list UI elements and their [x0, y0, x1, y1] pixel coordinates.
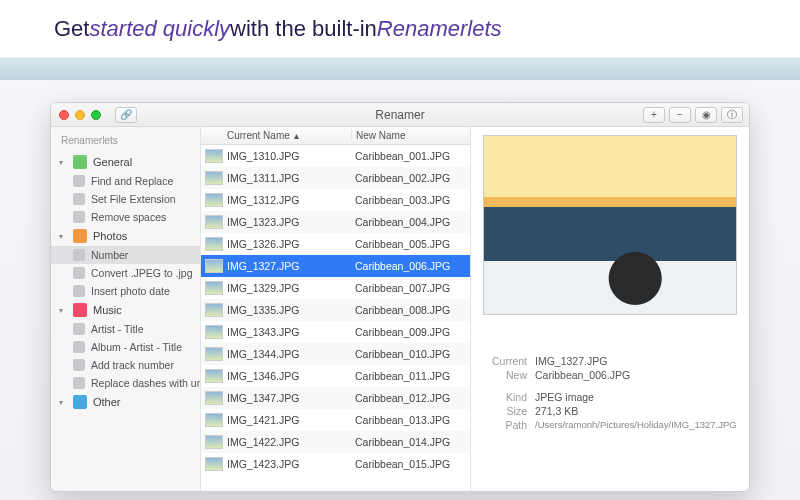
file-current-name: IMG_1346.JPG [227, 370, 351, 382]
sidebar-item[interactable]: Find and Replace [51, 172, 200, 190]
renamerlet-icon [73, 193, 85, 205]
sidebar-group-other[interactable]: ▾Other [51, 392, 200, 412]
sort-asc-icon: ▴ [294, 130, 299, 141]
file-row[interactable]: IMG_1423.JPGCaribbean_015.JPG [201, 453, 470, 475]
file-current-name: IMG_1344.JPG [227, 348, 351, 360]
file-new-name: Caribbean_012.JPG [351, 392, 470, 404]
banner-text-1: Get [54, 16, 89, 42]
file-thumbnail [205, 435, 223, 449]
file-current-name: IMG_1312.JPG [227, 194, 351, 206]
file-new-name: Caribbean_014.JPG [351, 436, 470, 448]
disclosure-icon: ▾ [59, 398, 67, 407]
meta-current-label: Current [483, 355, 527, 367]
sidebar-item[interactable]: Album - Artist - Title [51, 338, 200, 356]
renamerlet-icon [73, 285, 85, 297]
decorative-stripe [0, 58, 800, 80]
preview-pane: CurrentIMG_1327.JPG NewCaribbean_006.JPG… [471, 127, 749, 491]
meta-kind-label: Kind [483, 391, 527, 403]
sidebar-item[interactable]: Set File Extension [51, 190, 200, 208]
sidebar-item-label: Add track number [91, 359, 174, 371]
file-new-name: Caribbean_004.JPG [351, 216, 470, 228]
file-row[interactable]: IMG_1421.JPGCaribbean_013.JPG [201, 409, 470, 431]
file-row[interactable]: IMG_1335.JPGCaribbean_008.JPG [201, 299, 470, 321]
file-current-name: IMG_1343.JPG [227, 326, 351, 338]
disclosure-icon: ▾ [59, 158, 67, 167]
file-current-name: IMG_1326.JPG [227, 238, 351, 250]
group-icon [73, 229, 87, 243]
sidebar-group-general[interactable]: ▾General [51, 152, 200, 172]
meta-current-value: IMG_1327.JPG [535, 355, 607, 367]
renamerlet-icon [73, 341, 85, 353]
file-row[interactable]: IMG_1323.JPGCaribbean_004.JPG [201, 211, 470, 233]
file-thumbnail [205, 369, 223, 383]
file-row[interactable]: IMG_1312.JPGCaribbean_003.JPG [201, 189, 470, 211]
sidebar-item[interactable]: Artist - Title [51, 320, 200, 338]
file-row[interactable]: IMG_1343.JPGCaribbean_009.JPG [201, 321, 470, 343]
file-current-name: IMG_1327.JPG [227, 260, 351, 272]
sidebar-group-label: Other [93, 396, 121, 408]
file-thumbnail [205, 171, 223, 185]
sidebar-heading: Renamerlets [51, 133, 200, 152]
file-row[interactable]: IMG_1344.JPGCaribbean_010.JPG [201, 343, 470, 365]
renamerlet-icon [73, 359, 85, 371]
sidebar-item[interactable]: Insert photo date [51, 282, 200, 300]
file-metadata: CurrentIMG_1327.JPG NewCaribbean_006.JPG… [483, 355, 737, 433]
file-row[interactable]: IMG_1329.JPGCaribbean_007.JPG [201, 277, 470, 299]
list-header[interactable]: Current Name ▴ New Name [201, 127, 470, 145]
sidebar-item-label: Artist - Title [91, 323, 144, 335]
meta-new-label: New [483, 369, 527, 381]
file-new-name: Caribbean_005.JPG [351, 238, 470, 250]
renamerlet-icon [73, 267, 85, 279]
sidebar-group-label: Photos [93, 230, 127, 242]
sidebar-item[interactable]: Number [51, 246, 200, 264]
file-new-name: Caribbean_010.JPG [351, 348, 470, 360]
file-new-name: Caribbean_015.JPG [351, 458, 470, 470]
sidebar-item-label: Remove spaces [91, 211, 166, 223]
file-new-name: Caribbean_011.JPG [351, 370, 470, 382]
file-row[interactable]: IMG_1326.JPGCaribbean_005.JPG [201, 233, 470, 255]
file-thumbnail [205, 303, 223, 317]
file-row[interactable]: IMG_1346.JPGCaribbean_011.JPG [201, 365, 470, 387]
meta-kind-value: JPEG image [535, 391, 594, 403]
sidebar-item-label: Find and Replace [91, 175, 173, 187]
file-row[interactable]: IMG_1327.JPGCaribbean_006.JPG [201, 255, 470, 277]
disclosure-icon: ▾ [59, 306, 67, 315]
file-row[interactable]: IMG_1311.JPGCaribbean_002.JPG [201, 167, 470, 189]
renamerlet-icon [73, 377, 85, 389]
sidebar-item[interactable]: Convert .JPEG to .jpg [51, 264, 200, 282]
renamerlet-icon [73, 211, 85, 223]
file-row[interactable]: IMG_1347.JPGCaribbean_012.JPG [201, 387, 470, 409]
file-thumbnail [205, 391, 223, 405]
sidebar-group-label: Music [93, 304, 122, 316]
sidebar-group-photos[interactable]: ▾Photos [51, 226, 200, 246]
banner-text-2: started quickly [89, 16, 230, 42]
sidebar-group-music[interactable]: ▾Music [51, 300, 200, 320]
renamerlet-icon [73, 323, 85, 335]
sidebar-item-label: Number [91, 249, 128, 261]
file-new-name: Caribbean_002.JPG [351, 172, 470, 184]
sidebar-item[interactable]: Replace dashes with unde… [51, 374, 200, 392]
file-new-name: Caribbean_013.JPG [351, 414, 470, 426]
meta-path-label: Path [483, 419, 527, 431]
meta-path-value: /Users/ramonh/Pictures/Holiday/IMG_1327.… [535, 419, 737, 431]
file-current-name: IMG_1347.JPG [227, 392, 351, 404]
file-current-name: IMG_1310.JPG [227, 150, 351, 162]
group-icon [73, 395, 87, 409]
file-new-name: Caribbean_006.JPG [351, 260, 470, 272]
file-row[interactable]: IMG_1310.JPGCaribbean_001.JPG [201, 145, 470, 167]
sidebar-item[interactable]: Remove spaces [51, 208, 200, 226]
file-thumbnail [205, 237, 223, 251]
file-current-name: IMG_1422.JPG [227, 436, 351, 448]
sidebar-item-label: Convert .JPEG to .jpg [91, 267, 193, 279]
file-thumbnail [205, 215, 223, 229]
group-icon [73, 155, 87, 169]
sidebar-item-label: Insert photo date [91, 285, 170, 297]
disclosure-icon: ▾ [59, 232, 67, 241]
file-row[interactable]: IMG_1422.JPGCaribbean_014.JPG [201, 431, 470, 453]
meta-size-value: 271,3 KB [535, 405, 578, 417]
file-thumbnail [205, 413, 223, 427]
preview-image [483, 135, 737, 315]
sidebar-item[interactable]: Add track number [51, 356, 200, 374]
banner-text-3: with the built-in [230, 16, 377, 42]
renamerlet-icon [73, 249, 85, 261]
